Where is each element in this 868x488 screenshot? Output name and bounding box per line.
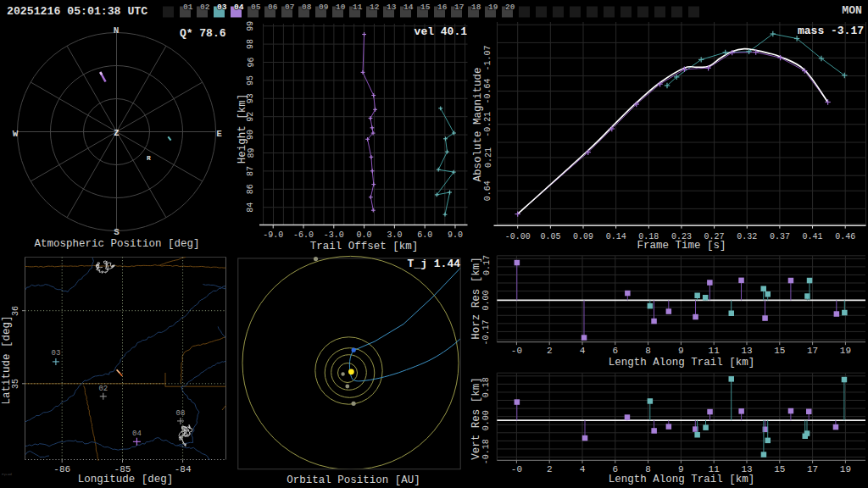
- svg-text:02: 02: [98, 385, 108, 393]
- svg-text:-0.00: -0.00: [505, 232, 531, 241]
- svg-text:0.64: 0.64: [484, 180, 493, 201]
- svg-text:-0: -0: [511, 464, 522, 474]
- svg-text:Trail Offset [km]: Trail Offset [km]: [310, 241, 419, 252]
- svg-text:-0: -0: [511, 346, 522, 356]
- svg-text:0.14: 0.14: [606, 232, 626, 241]
- svg-text:Longitude [deg]: Longitude [deg]: [78, 474, 174, 485]
- svg-text:0.05: 0.05: [540, 232, 560, 241]
- svg-text:Atmospheric Position [deg]: Atmospheric Position [deg]: [34, 238, 199, 250]
- svg-text:-6.0: -6.0: [293, 230, 314, 240]
- svg-text:vel 40.1: vel 40.1: [415, 25, 468, 38]
- svg-text:-0.18: -0.18: [482, 439, 492, 464]
- svg-text:0.37: 0.37: [770, 232, 790, 241]
- svg-text:3.0: 3.0: [387, 230, 402, 240]
- svg-text:15: 15: [774, 464, 785, 474]
- svg-text:Vert Res [km]: Vert Res [km]: [470, 377, 482, 460]
- svg-text:8: 8: [645, 346, 651, 356]
- svg-text:87: 87: [247, 166, 256, 176]
- svg-text:0.0: 0.0: [357, 230, 372, 240]
- svg-text:98: 98: [247, 39, 256, 49]
- svg-text:FyLWd: FyLWd: [2, 473, 13, 476]
- svg-text:-3.0: -3.0: [324, 230, 344, 240]
- svg-text:08: 08: [302, 3, 312, 12]
- svg-text:0.00: 0.00: [482, 290, 492, 310]
- svg-text:08: 08: [176, 409, 186, 418]
- svg-text:4: 4: [580, 464, 586, 474]
- svg-text:03: 03: [51, 349, 60, 358]
- svg-text:17: 17: [807, 346, 818, 356]
- svg-text:0.17: 0.17: [482, 255, 492, 275]
- svg-text:T_j 1.44: T_j 1.44: [408, 258, 461, 270]
- svg-text:17: 17: [454, 3, 465, 12]
- svg-text:0.21: 0.21: [484, 147, 493, 168]
- svg-text:10: 10: [336, 3, 346, 12]
- svg-text:84: 84: [247, 202, 256, 213]
- svg-text:04: 04: [234, 3, 244, 12]
- svg-text:04: 04: [132, 430, 142, 438]
- svg-text:Frame Time [s]: Frame Time [s]: [637, 240, 726, 252]
- svg-text:20: 20: [505, 3, 515, 12]
- svg-text:36: 36: [11, 306, 20, 316]
- svg-text:Horz Res [km]: Horz Res [km]: [470, 257, 482, 340]
- svg-text:N: N: [114, 25, 120, 36]
- svg-text:-9.0: -9.0: [263, 230, 283, 240]
- svg-text:W: W: [13, 129, 19, 139]
- svg-text:14: 14: [403, 3, 414, 12]
- svg-text:20251216 05:01:38 UTC: 20251216 05:01:38 UTC: [7, 5, 147, 18]
- svg-text:4: 4: [580, 346, 586, 356]
- svg-text:19: 19: [488, 3, 498, 12]
- svg-text:17: 17: [807, 464, 818, 474]
- svg-text:E: E: [216, 129, 222, 139]
- svg-text:0.41: 0.41: [802, 232, 822, 241]
- svg-text:12: 12: [370, 3, 380, 12]
- svg-text:11: 11: [353, 3, 363, 12]
- svg-text:Z: Z: [114, 128, 119, 138]
- svg-text:-0.21: -0.21: [484, 112, 493, 137]
- svg-text:-86: -86: [53, 464, 70, 474]
- svg-text:0.00: 0.00: [482, 410, 492, 430]
- svg-text:6: 6: [612, 346, 618, 356]
- svg-text:15: 15: [420, 3, 431, 12]
- svg-text:86: 86: [247, 184, 256, 194]
- svg-text:6.0: 6.0: [417, 230, 432, 240]
- svg-text:2: 2: [547, 346, 553, 356]
- svg-text:0.46: 0.46: [835, 232, 855, 241]
- svg-text:02: 02: [200, 3, 210, 12]
- svg-text:03: 03: [217, 3, 227, 12]
- svg-text:MON: MON: [842, 4, 862, 17]
- svg-text:Latitude [deg]: Latitude [deg]: [1, 315, 13, 404]
- svg-text:95: 95: [247, 75, 256, 86]
- svg-text:09: 09: [319, 3, 329, 12]
- svg-text:19: 19: [840, 464, 851, 474]
- svg-text:Length Along Trail [km]: Length Along Trail [km]: [609, 357, 755, 369]
- svg-text:13: 13: [387, 3, 397, 12]
- svg-text:0.18: 0.18: [482, 377, 492, 397]
- svg-text:0.09: 0.09: [573, 232, 593, 241]
- svg-text:-0.17: -0.17: [482, 319, 492, 345]
- svg-text:mass -3.17: mass -3.17: [798, 25, 864, 37]
- svg-text:18: 18: [471, 3, 481, 12]
- svg-text:96: 96: [247, 57, 256, 67]
- svg-text:Length Along Trail [km]: Length Along Trail [km]: [609, 474, 755, 485]
- svg-text:0.32: 0.32: [737, 232, 757, 241]
- svg-text:11: 11: [709, 346, 721, 356]
- svg-text:-84: -84: [175, 464, 192, 474]
- svg-text:07: 07: [285, 3, 295, 12]
- svg-text:2: 2: [547, 464, 553, 474]
- svg-text:19: 19: [840, 346, 851, 356]
- svg-text:13: 13: [741, 346, 752, 356]
- svg-text:05: 05: [251, 3, 261, 12]
- svg-text:01: 01: [183, 3, 193, 12]
- svg-text:15: 15: [774, 346, 785, 356]
- svg-text:Absolute Magnitude: Absolute Magnitude: [472, 67, 484, 181]
- svg-text:Orbital Position [AU]: Orbital Position [AU]: [287, 474, 420, 486]
- svg-text:Q* 78.6: Q* 78.6: [180, 27, 226, 40]
- svg-text:99: 99: [247, 21, 256, 31]
- svg-text:9: 9: [678, 346, 684, 356]
- svg-text:9.0: 9.0: [448, 230, 463, 240]
- svg-text:R: R: [147, 154, 151, 162]
- svg-text:-0.64: -0.64: [484, 79, 493, 104]
- svg-text:Height [km]: Height [km]: [236, 94, 248, 164]
- svg-text:06: 06: [268, 3, 278, 12]
- svg-text:16: 16: [437, 3, 448, 12]
